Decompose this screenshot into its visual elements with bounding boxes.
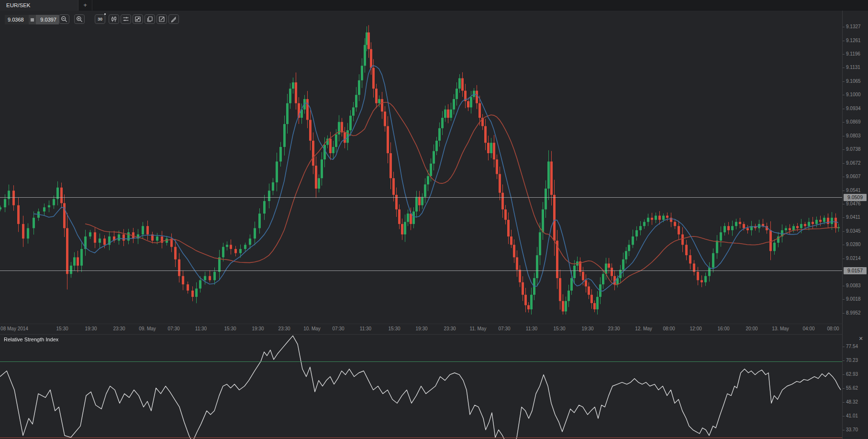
- rsi-tick-label: 70.23: [846, 358, 858, 363]
- price-tick-label: 9.1131: [846, 65, 860, 70]
- time-tick-label: 19:30: [415, 326, 427, 331]
- price-tick-label: 9.0607: [846, 174, 861, 179]
- rsi-tick-mark: [843, 347, 845, 347]
- price-tick-mark: [843, 245, 845, 245]
- rsi-tick-label: 55.62: [846, 385, 858, 391]
- rsi-pane: Relative Strength Index: [0, 334, 842, 439]
- price-tick-mark: [843, 313, 845, 314]
- price-tick-label: 9.0018: [846, 296, 861, 302]
- price-tick-mark: [843, 177, 845, 177]
- price-chart-pane: [0, 11, 842, 324]
- time-tick-label: 07:30: [332, 326, 344, 331]
- time-tick-label: 23:30: [113, 326, 125, 331]
- price-tick-mark: [843, 109, 845, 109]
- price-tick-label: 9.1000: [846, 92, 861, 97]
- rsi-tick-label: 33.70: [846, 427, 858, 432]
- price-level-line[interactable]: [0, 270, 842, 271]
- time-tick-label: 12. May: [635, 326, 652, 331]
- time-tick-label: 19:30: [252, 326, 264, 331]
- price-tick-label: 9.0083: [846, 283, 861, 288]
- time-tick-label: 11:30: [195, 326, 207, 331]
- price-tick-label: 9.0541: [846, 188, 861, 193]
- price-level-line[interactable]: [0, 197, 842, 198]
- rsi-tick-label: 62.93: [846, 371, 858, 377]
- time-tick-label: 15:30: [56, 326, 68, 331]
- price-tick-label: 9.0738: [846, 146, 861, 152]
- tab-eur-sek[interactable]: EUR/SEK: [0, 0, 78, 11]
- price-tick-label: 9.0280: [846, 242, 861, 247]
- candlestick-canvas[interactable]: [0, 11, 842, 324]
- price-tick-mark: [843, 217, 845, 218]
- price-tick-label: 9.0214: [846, 256, 861, 261]
- new-tab-button[interactable]: +: [78, 0, 92, 11]
- rsi-tick-label: 41.01: [846, 413, 858, 418]
- price-tick-label: 9.0411: [846, 214, 860, 220]
- rsi-tick-mark: [843, 430, 845, 430]
- price-tick-mark: [843, 163, 845, 164]
- price-tick-mark: [843, 27, 845, 27]
- time-tick-label: 23:30: [444, 326, 456, 331]
- rsi-oversold-line[interactable]: [0, 438, 842, 438]
- price-tick-mark: [843, 41, 845, 41]
- time-tick-label: 23:30: [278, 326, 290, 331]
- rsi-title: Relative Strength Index: [4, 337, 58, 342]
- price-tick-label: 9.1065: [846, 79, 861, 84]
- price-tick-mark: [843, 136, 845, 136]
- price-tick-mark: [843, 149, 845, 150]
- rsi-tick-label: 48.32: [846, 399, 858, 405]
- time-tick-label: 12:00: [690, 326, 701, 331]
- time-tick-label: 19:30: [581, 326, 593, 331]
- price-tick-label: 9.0672: [846, 160, 861, 166]
- time-tick-label: 15:30: [553, 326, 565, 331]
- price-tick-mark: [843, 286, 845, 286]
- price-tick-mark: [843, 95, 845, 95]
- price-level-badge: 9.0157: [844, 267, 867, 274]
- price-tick-mark: [843, 204, 845, 204]
- close-icon[interactable]: ✕: [857, 335, 864, 342]
- price-tick-label: 9.1327: [846, 24, 861, 29]
- rsi-tick-mark: [843, 360, 845, 361]
- time-tick-label: 07:30: [498, 326, 510, 331]
- tab-bar: EUR/SEK +: [0, 0, 868, 11]
- rsi-tick-mark: [843, 402, 845, 403]
- price-tick-label: 9.0934: [846, 106, 861, 111]
- rsi-tick-mark: [843, 388, 845, 389]
- price-axis[interactable]: 9.13279.12619.11969.11319.10659.10009.09…: [843, 11, 868, 324]
- price-tick-label: 9.0476: [846, 201, 861, 206]
- time-tick-label: 19:30: [85, 326, 97, 331]
- time-tick-label: 11:30: [526, 326, 537, 331]
- rsi-canvas[interactable]: [0, 335, 842, 439]
- time-tick-label: 23:30: [608, 326, 620, 331]
- price-tick-mark: [843, 54, 845, 55]
- time-tick-label: 11. May: [470, 326, 487, 331]
- time-tick-label: 16:00: [717, 326, 729, 331]
- time-tick-label: 07:30: [167, 326, 179, 331]
- time-tick-label: 10. May: [303, 326, 321, 331]
- price-tick-mark: [843, 122, 845, 123]
- time-tick-label: 20:00: [746, 326, 757, 331]
- time-tick-label: 15:30: [388, 326, 400, 331]
- rsi-overbought-line[interactable]: [0, 361, 842, 362]
- rsi-tick-label: 77.54: [846, 344, 858, 349]
- price-tick-mark: [843, 68, 845, 68]
- price-tick-label: 9.0803: [846, 133, 861, 138]
- rsi-tick-mark: [843, 374, 845, 375]
- time-tick-label: 11:30: [360, 326, 371, 331]
- time-tick-label: 13. May: [772, 326, 789, 331]
- price-tick-mark: [843, 299, 845, 300]
- rsi-axis[interactable]: 77.5470.2362.9355.6248.3241.0133.70: [843, 334, 868, 439]
- time-tick-label: 08:00: [663, 326, 675, 331]
- time-axis[interactable]: 08 May 201415:3019:3023:3009. May07:3011…: [0, 324, 842, 334]
- price-tick-label: 9.1196: [846, 51, 860, 56]
- time-tick-label: 09. May: [139, 326, 156, 331]
- time-tick-label: 08:00: [827, 326, 839, 331]
- time-tick-label: 04:00: [802, 326, 814, 331]
- price-tick-label: 9.0869: [846, 119, 861, 124]
- price-tick-mark: [843, 231, 845, 232]
- price-tick-mark: [843, 191, 845, 191]
- price-tick-label: 9.0345: [846, 228, 861, 234]
- price-tick-mark: [843, 81, 845, 82]
- rsi-tick-mark: [843, 416, 845, 416]
- time-tick-label: 08 May 2014: [0, 326, 28, 331]
- trading-app-window: EUR/SEK + 9.0368 9.0397 30: [0, 0, 868, 439]
